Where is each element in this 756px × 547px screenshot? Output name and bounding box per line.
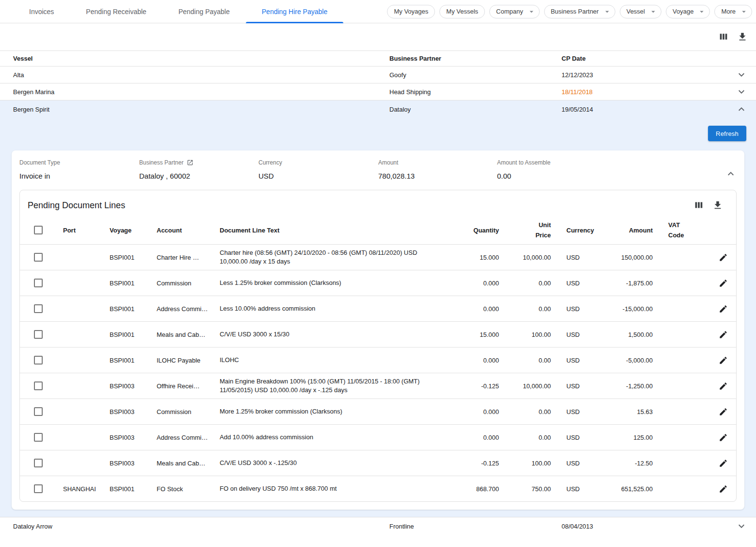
vessel-row-dataloy-arrow[interactable]: Dataloy Arrow Frontline 08/04/2013: [0, 517, 756, 535]
filter-chip-business-partner[interactable]: Business Partner: [544, 5, 615, 18]
refresh-row: Refresh: [0, 118, 756, 150]
filter-chip-my-vessels[interactable]: My Vessels: [439, 5, 485, 18]
edit-line-button[interactable]: [717, 277, 729, 289]
amount-cell: -12.50: [605, 460, 653, 467]
voyage-cell: BSPI003: [110, 434, 157, 441]
unit-price-cell: 750.00: [499, 485, 551, 493]
account-cell: Charter Hire …: [157, 254, 220, 261]
quantity-cell: -0.125: [452, 460, 499, 467]
tab-bar: Invoices Pending Receivable Pending Paya…: [0, 0, 343, 23]
filter-chip-company[interactable]: Company: [489, 5, 540, 18]
document-line-text-cell: FO on delivery USD 750 /mt x 868.700 mt: [220, 481, 452, 497]
filter-chip-my-voyages[interactable]: My Voyages: [387, 5, 435, 18]
business-partner-name: Frontline: [389, 523, 562, 530]
currency-cell: USD: [551, 408, 605, 415]
cp-date: 19/05/2014: [562, 106, 727, 113]
currency-cell: USD: [551, 485, 605, 493]
column-settings-button[interactable]: [718, 31, 729, 43]
account-cell: Commission: [157, 408, 220, 415]
chevron-down-icon: [603, 7, 611, 16]
row-checkbox[interactable]: [34, 253, 43, 262]
voyage-cell: BSPI001: [110, 254, 157, 261]
document-summary: Document Type Invoice in Business Partne…: [12, 150, 744, 190]
amount-to-assemble-field: Amount to Assemble 0.00: [497, 159, 737, 180]
vessel-name: Dataloy Arrow: [13, 523, 389, 530]
tab-pending-payable[interactable]: Pending Payable: [162, 0, 246, 23]
chevron-down-icon: [736, 69, 747, 81]
expand-row-button[interactable]: [736, 86, 747, 98]
collapse-row-button[interactable]: [736, 103, 747, 115]
currency-field: Currency USD: [258, 159, 378, 180]
row-checkbox[interactable]: [34, 484, 43, 493]
account-column-header: Account: [157, 225, 220, 235]
currency-label: Currency: [258, 159, 378, 166]
pencil-icon: [719, 330, 728, 339]
vessel-row-bergen-marina[interactable]: Bergen Marina Head Shipping 18/11/2018: [0, 83, 756, 100]
vessel-row-bergen-spirit[interactable]: Bergen Spirit Dataloy 19/05/2014: [0, 100, 756, 118]
table-toolbar: [0, 23, 756, 50]
amount-cell: 150,000.00: [605, 254, 653, 261]
lines-column-settings-button[interactable]: [693, 199, 705, 211]
account-cell: Meals and Cab…: [157, 460, 220, 467]
voyage-cell: BSPI003: [110, 460, 157, 467]
edit-line-button[interactable]: [717, 329, 729, 340]
tab-pending-hire-payable[interactable]: Pending Hire Payable: [246, 0, 343, 23]
row-checkbox[interactable]: [34, 330, 43, 339]
row-checkbox[interactable]: [34, 407, 43, 416]
vessel-name: Bergen Spirit: [13, 106, 389, 113]
edit-line-button[interactable]: [717, 431, 729, 443]
chevron-down-icon: [527, 7, 536, 16]
amount-cell: -1,875.00: [605, 280, 653, 287]
currency-cell: USD: [551, 460, 605, 467]
row-checkbox[interactable]: [34, 381, 43, 390]
filter-chip-label: Vessel: [627, 8, 645, 15]
business-partner-name: Dataloy: [389, 106, 562, 113]
download-button[interactable]: [737, 31, 748, 43]
columns-icon: [693, 200, 704, 211]
cp-date-column-header: CP Date: [562, 55, 727, 62]
row-checkbox[interactable]: [34, 459, 43, 467]
edit-line-button[interactable]: [717, 251, 729, 263]
filter-chip-more[interactable]: More: [714, 5, 752, 18]
edit-line-button[interactable]: [717, 354, 729, 366]
vat-code-column-header: VAT Code: [653, 220, 710, 240]
currency-cell: USD: [551, 434, 605, 441]
edit-line-button[interactable]: [717, 483, 729, 495]
unit-price-cell: 10,000.00: [499, 382, 551, 390]
currency-cell: USD: [551, 382, 605, 390]
row-checkbox[interactable]: [34, 279, 43, 287]
filter-chip-label: My Vessels: [446, 8, 478, 15]
expand-row-button[interactable]: [736, 69, 747, 81]
open-in-new-icon[interactable]: [187, 159, 193, 166]
filter-chip-label: More: [721, 8, 736, 15]
chevron-down-icon: [740, 7, 748, 16]
edit-line-button[interactable]: [717, 406, 729, 417]
business-partner-value: Dataloy , 60002: [139, 172, 258, 180]
lines-download-button[interactable]: [712, 199, 724, 211]
business-partner-name: Goofy: [389, 71, 562, 79]
edit-line-button[interactable]: [717, 457, 729, 469]
expand-row-button[interactable]: [736, 520, 747, 532]
tab-pending-receivable[interactable]: Pending Receivable: [70, 0, 162, 23]
row-checkbox[interactable]: [34, 433, 43, 442]
amount-cell: 15.63: [605, 408, 653, 415]
business-partner-column-header: Business Partner: [389, 55, 562, 62]
filter-chip-vessel[interactable]: Vessel: [620, 5, 661, 18]
collapse-summary-button[interactable]: [725, 168, 737, 180]
pending-document-lines-title: Pending Document Lines: [28, 200, 125, 211]
edit-line-button[interactable]: [717, 303, 729, 315]
row-checkbox[interactable]: [34, 304, 43, 313]
edit-line-button[interactable]: [717, 380, 729, 392]
account-cell: ILOHC Payable: [157, 357, 220, 364]
port-column-header: Port: [63, 225, 110, 235]
vessel-row-alta[interactable]: Alta Goofy 12/12/2023: [0, 66, 756, 83]
chevron-up-icon: [725, 168, 737, 180]
vessel-name: Alta: [13, 71, 389, 79]
quantity-cell: 15.000: [452, 254, 499, 261]
filter-chip-voyage[interactable]: Voyage: [666, 5, 710, 18]
row-checkbox[interactable]: [34, 356, 43, 365]
refresh-button[interactable]: Refresh: [708, 126, 746, 141]
tab-invoices[interactable]: Invoices: [13, 0, 70, 23]
select-all-checkbox[interactable]: [34, 226, 43, 234]
business-partner-field: Business Partner Dataloy , 60002: [139, 159, 258, 180]
